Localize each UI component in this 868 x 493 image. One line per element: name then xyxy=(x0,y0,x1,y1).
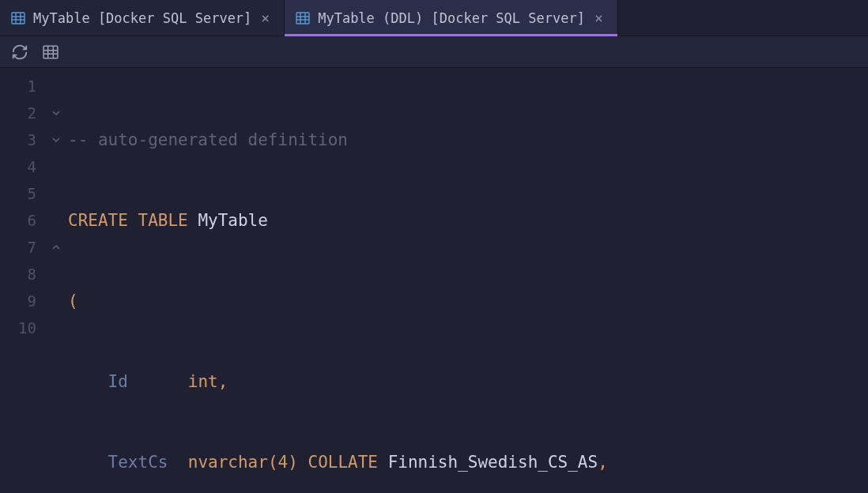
editor-toolbar xyxy=(0,36,868,68)
svg-rect-5 xyxy=(296,13,309,24)
code-line: CREATE TABLE MyTable xyxy=(65,207,868,234)
line-num: 4 xyxy=(0,153,47,180)
code-line: TextCs nvarchar(4) COLLATE Finnish_Swedi… xyxy=(65,449,868,476)
table-icon xyxy=(296,11,310,25)
code-line: Id int, xyxy=(65,368,868,395)
line-num: 9 xyxy=(0,288,47,314)
line-num: 10 xyxy=(0,314,47,341)
fold-strip xyxy=(47,68,65,493)
tab-strip: MyTable [Docker SQL Server] × MyTable (D… xyxy=(0,0,868,36)
line-num: 2 xyxy=(0,100,47,126)
line-num: 1 xyxy=(0,73,47,100)
table-icon xyxy=(11,11,25,25)
line-num: 7 xyxy=(0,234,47,261)
table-view-button[interactable] xyxy=(43,44,58,60)
code-area[interactable]: -- auto-generated definition CREATE TABL… xyxy=(65,68,868,493)
code-line: -- auto-generated definition xyxy=(65,126,868,153)
tab-mytable[interactable]: MyTable [Docker SQL Server] × xyxy=(0,0,285,36)
close-icon[interactable]: × xyxy=(259,9,271,26)
line-num: 3 xyxy=(0,126,47,153)
fold-icon[interactable] xyxy=(47,100,65,126)
line-num: 8 xyxy=(0,261,47,288)
line-gutter: 1 2 3 4 5 6 7 8 9 10 xyxy=(0,68,47,493)
svg-rect-0 xyxy=(12,13,25,24)
refresh-button[interactable] xyxy=(11,43,28,61)
svg-rect-10 xyxy=(43,46,58,58)
fold-end-icon[interactable] xyxy=(47,234,65,261)
tab-label: MyTable [Docker SQL Server] xyxy=(33,10,251,26)
code-editor[interactable]: 1 2 3 4 5 6 7 8 9 10 -- auto-generated d… xyxy=(0,68,868,493)
close-icon[interactable]: × xyxy=(593,9,605,26)
fold-icon[interactable] xyxy=(47,126,65,153)
line-num: 6 xyxy=(0,207,47,234)
line-num: 5 xyxy=(0,180,47,207)
code-line: ( xyxy=(65,288,868,314)
tab-label: MyTable (DDL) [Docker SQL Server] xyxy=(318,10,585,26)
tab-mytable-ddl[interactable]: MyTable (DDL) [Docker SQL Server] × xyxy=(285,0,618,36)
